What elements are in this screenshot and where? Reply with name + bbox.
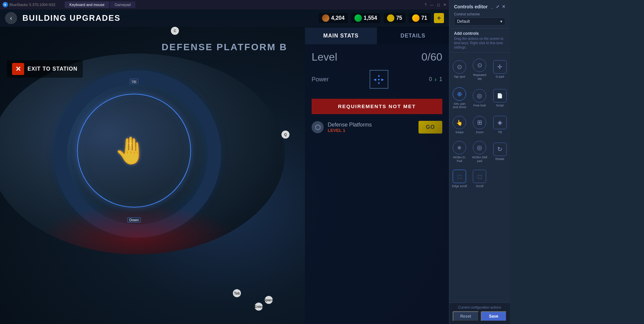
dpad-label: D-pad: [496, 75, 504, 79]
moba-skillpad-label: MOBA Skill pad: [471, 156, 488, 163]
ctrl-moba-dpad[interactable]: ⊕ MOBA D-Pad: [449, 138, 469, 166]
ctrl-script[interactable]: 📄 Script: [490, 84, 510, 113]
restore-icon[interactable]: ◻: [437, 3, 440, 7]
controls-title-bar: Controls editor _ ⤢ ✕: [454, 4, 505, 9]
close-icon[interactable]: ✕: [443, 3, 446, 7]
app-version: 5.370.1004 N32: [29, 3, 55, 7]
platform-title: DEFENSE PLATFORM B: [162, 42, 287, 53]
scroll-icon: [322, 14, 329, 22]
controller-up-label: Up: [130, 79, 138, 84]
controls-editor-panel: Controls editor _ ⤢ ✕ Control scheme Def…: [449, 0, 510, 324]
resource-coins: 75: [384, 13, 405, 23]
scroll-icon: ⬚: [473, 170, 486, 183]
level-row: Level 0/60: [312, 51, 442, 63]
key-q-indicator: Q: [281, 131, 289, 139]
key-enter-indicator: Enter: [255, 303, 263, 311]
exit-button[interactable]: ✕ EXIT TO STATION: [7, 60, 83, 78]
power-nav: 0 › 1: [429, 76, 442, 83]
question-icon[interactable]: ?: [425, 3, 427, 7]
moba-skillpad-icon: ◎: [473, 141, 486, 154]
go-button[interactable]: GO: [418, 121, 442, 134]
energy-icon: [355, 14, 362, 22]
power-next: 1: [439, 76, 442, 82]
footer-config-label: Current configuration actions: [453, 306, 507, 309]
power-arrows: ▲ ◀ ● ▶ ▼: [374, 74, 384, 85]
ctrl-dpad[interactable]: ✛ D-pad: [490, 55, 510, 84]
edge-scroll-label: Edge scroll: [452, 184, 467, 188]
tilt-label: Tilt: [498, 131, 502, 134]
controller-down-label: Down: [127, 217, 141, 223]
key-tab-indicator: Tab: [233, 289, 241, 297]
ctrl-free-look[interactable]: ◎ Free look: [469, 84, 490, 113]
req-platform-icon: ⬡: [312, 121, 324, 133]
ctrl-rotate[interactable]: ↻ Rotate: [490, 138, 510, 166]
ctrl-edge-scroll[interactable]: ⬚ Edge scroll: [449, 166, 469, 191]
moba-dpad-icon: ⊕: [453, 141, 466, 154]
moba-dpad-label: MOBA D-Pad: [451, 156, 468, 163]
close-controls-icon[interactable]: ✕: [502, 4, 505, 9]
back-button[interactable]: ‹: [5, 12, 17, 24]
energy-value: 1,554: [364, 15, 377, 21]
add-resource-button[interactable]: +: [434, 13, 444, 23]
req-name: Defense Platforms: [328, 122, 414, 128]
scheme-value: Default: [457, 19, 470, 24]
key-space-indicator: Space: [265, 296, 273, 304]
ctrl-aim-pan-shoot[interactable]: ⊕ Aim, pan and shoot: [449, 84, 469, 113]
ctrl-swipe[interactable]: 👆 Swipe: [449, 112, 469, 138]
minimize-icon[interactable]: —: [430, 3, 434, 7]
exit-label: EXIT TO STATION: [27, 66, 77, 72]
dpad-icon: ✛: [493, 60, 507, 74]
ctrl-tap-spot[interactable]: ⊙ Tap spot: [449, 55, 469, 84]
tilt-icon: ◈: [493, 116, 507, 129]
controls-footer: Current configuration actions Reset Save: [449, 303, 510, 324]
key-c-indicator: C: [171, 27, 179, 35]
power-nav-arrow: ›: [435, 76, 437, 83]
tab-keyboard[interactable]: Keyboard and mouse: [65, 1, 109, 8]
arrow-up-icon: ▲: [377, 74, 381, 77]
exit-x-icon: ✕: [12, 63, 24, 75]
repeated-tap-icon: ⊙: [473, 59, 486, 72]
title-tabs: Keyboard and mouse Gamepad: [65, 1, 135, 8]
power-icon-box: ▲ ◀ ● ▶ ▼: [370, 70, 388, 89]
coins-icon: [387, 14, 394, 22]
ctrl-tilt[interactable]: ◈ Tilt: [490, 112, 510, 138]
tab-gamepad[interactable]: Gamepad: [110, 1, 135, 8]
add-controls-section: Add controls Drag the actions on the scr…: [449, 28, 510, 53]
req-text: REQUIREMENTS NOT MET: [338, 103, 416, 109]
reset-button[interactable]: Reset: [453, 311, 479, 321]
controls-header: Controls editor _ ⤢ ✕ Control scheme Def…: [449, 0, 510, 28]
ctrl-moba-skillpad[interactable]: ◎ MOBA Skill pad: [469, 138, 490, 166]
gold-icon: [412, 14, 420, 22]
bs-logo-icon: B: [3, 2, 8, 7]
stats-panel: MAIN STATS DETAILS Level 0/60 Power ▲ ◀ …: [305, 27, 449, 324]
script-label: Script: [496, 104, 504, 107]
ctrl-repeated-tap[interactable]: ⊙ Repeated tap: [469, 55, 490, 84]
rotate-label: Rotate: [496, 157, 505, 161]
tap-spot-icon: ⊙: [453, 60, 466, 74]
free-look-label: Free look: [473, 104, 486, 107]
arrow-right-icon: ▶: [381, 78, 384, 81]
app-logo: B BlueStacks 5.370.1004 N32: [3, 2, 55, 7]
scroll-value: 4,204: [331, 15, 344, 21]
controls-title-icons: _ ⤢ ✕: [491, 4, 505, 9]
power-row: Power ▲ ◀ ● ▶ ▼ 0 › 1: [312, 70, 442, 89]
requirement-row: ⬡ Defense Platforms LEVEL 1 GO: [312, 121, 442, 134]
resource-energy: 1,554: [351, 13, 380, 23]
ctrl-zoom[interactable]: ⊞ Zoom: [469, 112, 490, 138]
save-button[interactable]: Save: [481, 311, 507, 321]
power-label: Power: [312, 76, 329, 83]
hud-bar: ‹ BUILDING UPGRADES 4,204 1,554 75 71 +: [0, 9, 449, 27]
aim-pan-shoot-icon: ⊕: [453, 87, 466, 101]
controls-grid: ⊙ Tap spot ⊙ Repeated tap ✛ D-pad ⊕ Aim,…: [449, 53, 510, 303]
ctrl-scroll[interactable]: ⬚ Scroll: [469, 166, 490, 191]
expand-controls-icon[interactable]: ⤢: [496, 4, 499, 9]
zoom-icon: ⊞: [473, 116, 486, 129]
arrow-down-icon: ▼: [377, 81, 381, 85]
minimize-controls-icon[interactable]: _: [491, 4, 493, 9]
tab-details[interactable]: DETAILS: [377, 27, 449, 44]
arrows-row: ◀ ● ▶: [374, 77, 384, 81]
window-controls: ? — ◻ ✕: [425, 3, 446, 7]
scheme-select[interactable]: Default ▾: [454, 17, 505, 25]
add-controls-title: Add controls: [454, 31, 505, 36]
tab-main-stats[interactable]: MAIN STATS: [305, 27, 377, 44]
